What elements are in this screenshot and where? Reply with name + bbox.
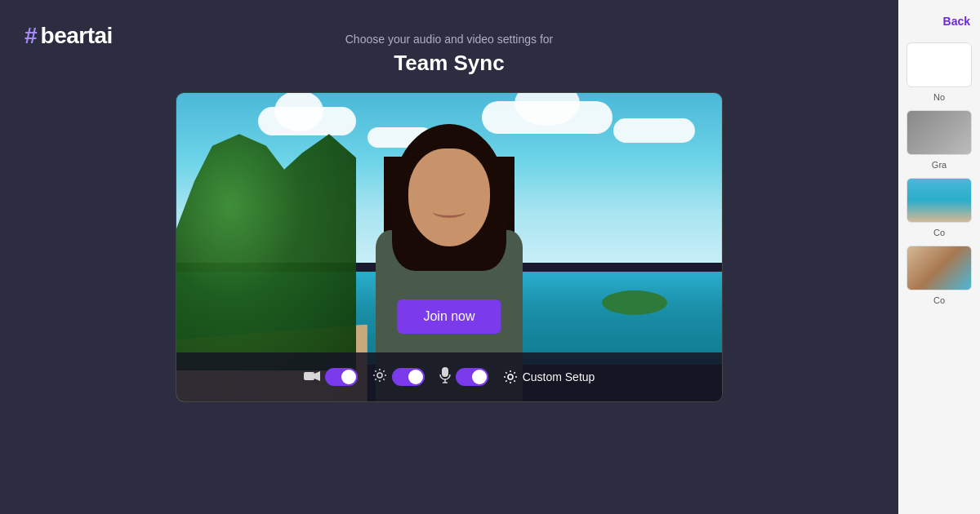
logo: # beartai <box>24 23 113 49</box>
effects-control <box>372 368 425 387</box>
custom-setup-label: Custom Setup <box>523 370 595 383</box>
header-subtitle: Choose your audio and video settings for <box>345 33 554 46</box>
logo-hash: # <box>24 23 38 49</box>
svg-rect-3 <box>442 367 448 377</box>
effects-icon <box>372 368 387 387</box>
effects-toggle[interactable] <box>392 368 425 386</box>
background-label-gray: Gra <box>906 160 972 170</box>
person-smile <box>433 206 466 218</box>
person-face <box>408 148 490 246</box>
header-section: Choose your audio and video settings for… <box>345 33 554 76</box>
mic-toggle[interactable] <box>456 368 488 386</box>
background-label-none: No <box>906 92 972 102</box>
join-now-button[interactable]: Join now <box>397 299 501 334</box>
camera-control <box>304 368 358 386</box>
header-title: Team Sync <box>345 51 554 76</box>
svg-point-6 <box>508 374 513 379</box>
camera-icon <box>304 369 320 386</box>
svg-rect-0 <box>304 372 314 380</box>
mic-icon <box>439 367 451 388</box>
custom-setup-icon <box>503 370 518 384</box>
cloud-3 <box>613 118 695 143</box>
logo-text: beartai <box>41 23 113 49</box>
background-label-coastal: Co <box>906 228 972 237</box>
background-thumbnail-gray[interactable] <box>906 110 972 155</box>
background-thumbnail-coastal[interactable] <box>906 178 972 223</box>
custom-setup[interactable]: Custom Setup <box>503 370 595 384</box>
background-thumbnail-cor[interactable] <box>906 246 972 290</box>
mic-control <box>439 367 488 388</box>
controls-bar: Custom Setup <box>176 352 722 401</box>
video-foliage <box>176 134 356 370</box>
svg-point-2 <box>377 373 382 378</box>
background-thumbnail-none[interactable] <box>906 42 972 87</box>
main-area: # beartai Choose your audio and video se… <box>0 0 898 514</box>
camera-toggle[interactable] <box>325 368 358 386</box>
cloud-1 <box>258 107 356 135</box>
svg-marker-1 <box>314 371 320 381</box>
background-label-cor: Co <box>906 295 972 305</box>
back-button[interactable]: Back <box>905 8 973 34</box>
video-preview: Join now <box>176 92 723 402</box>
right-sidebar: Back No Gra Co Co <box>898 0 980 514</box>
